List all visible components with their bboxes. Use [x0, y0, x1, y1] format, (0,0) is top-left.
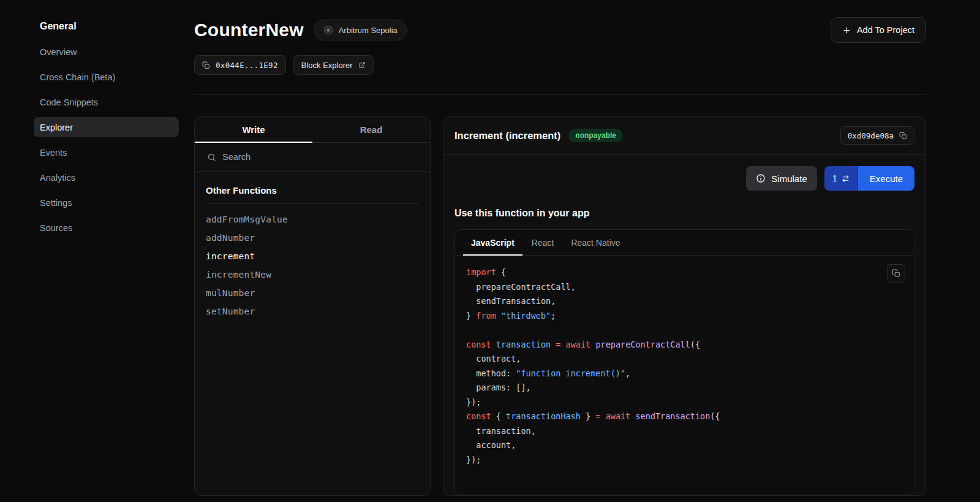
external-link-icon	[358, 61, 366, 69]
code-tab-javascript[interactable]: JavaScript	[463, 230, 522, 256]
add-to-project-label: Add To Project	[857, 25, 914, 35]
sidebar-item-explorer[interactable]: Explorer	[34, 117, 179, 137]
code-line: params: [],	[466, 381, 903, 395]
function-selector: 0xd09de08a	[848, 131, 894, 140]
info-icon	[756, 173, 766, 183]
code-line: });	[466, 395, 903, 410]
contract-header: CounterNew Arbitrum Sepolia Add To Proje…	[194, 17, 926, 43]
header-divider	[194, 94, 926, 95]
function-selector-button[interactable]: 0xd09de08a	[840, 126, 914, 145]
sidebar-heading: General	[34, 21, 179, 32]
function-list: addFromMsgValueaddNumberincrementincreme…	[206, 204, 419, 321]
code-line: } from "thirdweb";	[466, 309, 903, 324]
code-line: import {	[466, 265, 903, 280]
copy-icon	[899, 132, 907, 140]
page-title: CounterNew	[194, 20, 304, 40]
function-detail-body: Simulate 1 Execute	[443, 155, 925, 495]
other-functions-title: Other Functions	[206, 185, 419, 196]
swap-icon	[842, 175, 850, 183]
header-actions: 0x044E...1E92 Block Explorer	[194, 55, 926, 75]
code-line: sendTransaction,	[466, 294, 903, 309]
simulate-label: Simulate	[771, 173, 807, 184]
tab-read[interactable]: Read	[312, 116, 430, 143]
function-detail-header: Increment (increment) nonpayable 0xd09de…	[443, 116, 925, 155]
function-item-addnumber[interactable]: addNumber	[206, 229, 419, 247]
code-line	[466, 323, 903, 338]
code-area: import { prepareContractCall, sendTransa…	[455, 256, 914, 495]
sidebar-item-overview[interactable]: Overview	[34, 42, 179, 62]
code-line: contract,	[466, 352, 903, 367]
read-write-tabs: WriteRead	[195, 116, 430, 143]
contract-address: 0x044E...1E92	[216, 61, 278, 70]
code-line: account,	[466, 438, 903, 453]
function-item-mulnumber[interactable]: mulNumber	[206, 284, 419, 302]
add-to-project-button[interactable]: Add To Project	[831, 17, 926, 43]
search-icon	[207, 153, 216, 162]
code-tab-react-native[interactable]: React Native	[563, 230, 628, 256]
contract-address-button[interactable]: 0x044E...1E92	[194, 55, 286, 75]
search-input[interactable]	[222, 152, 418, 162]
run-count-button[interactable]: 1	[824, 166, 858, 191]
sidebar-item-analytics[interactable]: Analytics	[34, 167, 179, 188]
sidebar-item-settings[interactable]: Settings	[34, 192, 179, 213]
copy-icon	[202, 61, 210, 69]
network-badge[interactable]: Arbitrum Sepolia	[314, 20, 407, 40]
plus-icon	[842, 26, 851, 35]
function-detail-panel: Increment (increment) nonpayable 0xd09de…	[443, 116, 926, 496]
code-line: method: "function increment()",	[466, 367, 903, 381]
sidebar-nav: OverviewCross Chain (Beta)Code SnippetsE…	[34, 42, 179, 238]
code-language-tabs: JavaScriptReactReact Native	[455, 230, 914, 256]
search-row	[195, 143, 430, 172]
copy-icon	[892, 269, 900, 278]
execute-split-button: 1 Execute	[824, 166, 914, 191]
code-card: JavaScriptReactReact Native import { pre…	[454, 229, 914, 495]
code-line: const transaction = await prepareContrac…	[466, 338, 903, 352]
sidebar-item-sources[interactable]: Sources	[34, 218, 179, 238]
usage-heading: Use this function in your app	[454, 208, 914, 219]
code-line: });	[466, 453, 903, 468]
sidebar-item-events[interactable]: Events	[34, 142, 179, 162]
network-badge-label: Arbitrum Sepolia	[339, 26, 398, 35]
functions-panel: WriteRead Other Functions addFromMsgValu…	[194, 116, 431, 496]
code-line: transaction,	[466, 424, 903, 439]
network-icon	[323, 25, 334, 36]
mutability-badge: nonpayable	[568, 129, 623, 142]
code-copy-button[interactable]	[887, 264, 905, 283]
code-tab-react[interactable]: React	[524, 230, 562, 256]
function-item-incrementnew[interactable]: incrementNew	[206, 265, 419, 284]
main-content: CounterNew Arbitrum Sepolia Add To Proje…	[194, 0, 980, 502]
function-item-setnumber[interactable]: setNumber	[206, 302, 419, 321]
code-block: import { prepareContractCall, sendTransa…	[466, 265, 903, 467]
function-item-increment[interactable]: increment	[206, 247, 419, 265]
function-title: Increment (increment)	[454, 130, 560, 142]
execute-button[interactable]: Execute	[858, 166, 914, 191]
sidebar: General OverviewCross Chain (Beta)Code S…	[0, 0, 194, 502]
block-explorer-label: Block Explorer	[301, 61, 353, 70]
run-count: 1	[832, 173, 837, 183]
other-functions-section: Other Functions addFromMsgValueaddNumber…	[195, 172, 430, 321]
code-line: const { transactionHash } = await sendTr…	[466, 409, 903, 424]
explorer-content: WriteRead Other Functions addFromMsgValu…	[194, 116, 926, 496]
function-item-addfrommsgvalue[interactable]: addFromMsgValue	[206, 210, 419, 229]
simulate-button[interactable]: Simulate	[746, 166, 816, 191]
page-root: General OverviewCross Chain (Beta)Code S…	[0, 0, 980, 502]
block-explorer-button[interactable]: Block Explorer	[293, 55, 374, 75]
code-line: prepareContractCall,	[466, 280, 903, 295]
execute-label: Execute	[870, 173, 903, 184]
tab-write[interactable]: Write	[195, 116, 312, 143]
sidebar-item-cross-chain-beta[interactable]: Cross Chain (Beta)	[34, 67, 179, 87]
action-row: Simulate 1 Execute	[454, 166, 914, 191]
sidebar-item-code-snippets[interactable]: Code Snippets	[34, 92, 179, 112]
